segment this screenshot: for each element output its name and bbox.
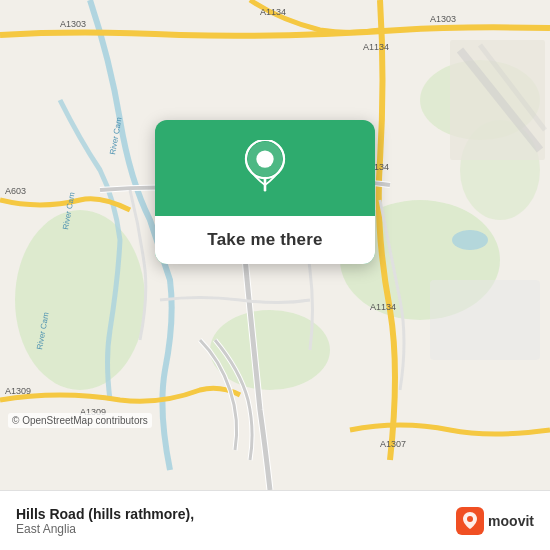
location-display: Hills Road (hills rathmore), [16,506,194,522]
location-pin-icon [239,140,291,192]
svg-point-7 [452,230,488,250]
location-card: Take me there [155,120,375,264]
take-me-there-button[interactable]: Take me there [155,216,375,264]
location-name: Hills Road (hills rathmore), [16,506,194,522]
svg-text:A1303: A1303 [60,19,86,29]
moovit-logo: moovit [456,507,534,535]
svg-point-31 [467,516,473,522]
location-region: East Anglia [16,522,194,536]
svg-text:A1307: A1307 [380,439,406,449]
location-info: Hills Road (hills rathmore), East Anglia [16,506,194,536]
moovit-text: moovit [488,513,534,529]
bottom-bar: Hills Road (hills rathmore), East Anglia… [0,490,550,550]
moovit-logo-icon [456,507,484,535]
svg-text:A1309: A1309 [5,386,31,396]
svg-point-28 [258,152,272,166]
svg-text:A1134: A1134 [260,7,286,17]
map-attribution: © OpenStreetMap contributors [8,413,152,428]
svg-rect-6 [430,280,540,360]
map-container: A1303 A1303 A1134 A1134 A1134 A1134 A603… [0,0,550,490]
svg-text:A1134: A1134 [363,42,389,52]
svg-text:A1303: A1303 [430,14,456,24]
svg-text:A603: A603 [5,186,26,196]
svg-text:A1134: A1134 [370,302,396,312]
svg-point-1 [15,210,145,390]
